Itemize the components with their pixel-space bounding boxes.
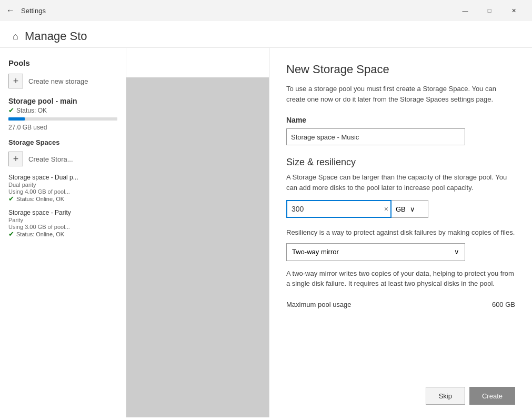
status-ok-icon: ✔ xyxy=(8,106,14,114)
pool-usage: 27.0 GB used xyxy=(8,124,117,131)
main-content: ⌂ Manage Sto Pools + Create new storage … xyxy=(0,21,532,420)
space1-name: Storage space - Dual p... xyxy=(8,174,117,181)
space1-status-icon: ✔ xyxy=(8,195,14,203)
pool-bar-container xyxy=(8,117,117,121)
dialog-title: New Storage Space xyxy=(286,63,515,76)
max-pool-row: Maximum pool usage 600 GB xyxy=(286,301,515,315)
dialog-intro: To use a storage pool you must first cre… xyxy=(286,84,515,104)
size-clear-button[interactable]: × xyxy=(384,205,388,213)
layout: Pools + Create new storage Storage pool … xyxy=(0,48,532,417)
plus-icon: + xyxy=(8,74,23,88)
space2-status-icon: ✔ xyxy=(8,230,14,238)
unit-chevron-icon: ∨ xyxy=(410,205,415,213)
resiliency-selected-label: Two-way mirror xyxy=(292,248,339,256)
pool-status-label: Status: OK xyxy=(16,107,47,114)
size-input-wrapper: × xyxy=(286,200,392,218)
titlebar-title: Settings xyxy=(21,7,453,15)
pools-section-title: Pools xyxy=(0,54,126,69)
space2-type: Parity xyxy=(8,217,117,223)
space1-type: Dual parity xyxy=(8,182,117,188)
page-header: ⌂ Manage Sto xyxy=(0,21,532,48)
pool-status: ✔ Status: OK xyxy=(8,106,117,114)
create-new-storage-label: Create new storage xyxy=(28,77,88,85)
space1-usage: Using 4.00 GB of pool... xyxy=(8,188,117,195)
space1-status-label: Status: Online, OK xyxy=(16,196,64,202)
sidebar: Pools + Create new storage Storage pool … xyxy=(0,48,126,417)
storage-spaces-section-title: Storage Spaces xyxy=(0,135,126,147)
pool-name: Storage pool - main xyxy=(8,97,117,105)
storage-space-item-2[interactable]: Storage space - Parity Parity Using 3.00… xyxy=(0,206,126,241)
close-button[interactable]: ✕ xyxy=(501,2,526,19)
size-row: × GB ∨ xyxy=(286,200,515,218)
pool-bar-fill xyxy=(8,117,25,121)
space2-usage: Using 3.00 GB of pool... xyxy=(8,224,117,230)
create-storage-item[interactable]: + Create Stora... xyxy=(0,147,126,171)
window-controls: — □ ✕ xyxy=(453,2,526,19)
resiliency-chevron-icon: ∨ xyxy=(454,248,459,256)
create-new-storage-item[interactable]: + Create new storage xyxy=(0,69,126,93)
new-storage-space-dialog: New Storage Space To use a storage pool … xyxy=(269,48,532,417)
unit-value: GB xyxy=(396,205,406,213)
size-input[interactable] xyxy=(286,200,392,218)
maximize-button[interactable]: □ xyxy=(477,2,501,19)
name-label: Name xyxy=(286,116,515,124)
resiliency-desc: Resiliency is a way to protect against d… xyxy=(286,227,515,238)
space1-status: ✔ Status: Online, OK xyxy=(8,195,117,203)
storage-space-item-1[interactable]: Storage space - Dual p... Dual parity Us… xyxy=(0,171,126,206)
skip-button[interactable]: Skip xyxy=(426,387,465,405)
space2-status: ✔ Status: Online, OK xyxy=(8,230,117,238)
titlebar: ← Settings — □ ✕ xyxy=(0,0,532,21)
max-pool-value: 600 GB xyxy=(492,301,515,308)
resiliency-dropdown[interactable]: Two-way mirror ∨ xyxy=(286,243,465,261)
space2-name: Storage space - Parity xyxy=(8,209,117,216)
pool-item: Storage pool - main ✔ Status: OK 27.0 GB… xyxy=(0,93,126,135)
page-title: Manage Sto xyxy=(25,29,87,43)
minimize-button[interactable]: — xyxy=(453,2,477,19)
storage-name-input[interactable] xyxy=(286,128,465,145)
size-resiliency-title: Size & resiliency xyxy=(286,157,515,168)
right-area: New Storage Space To use a storage pool … xyxy=(126,48,532,417)
size-desc: A Storage Space can be larger than the c… xyxy=(286,172,515,193)
plus-icon-2: + xyxy=(8,152,23,166)
mirror-desc: A two-way mirror writes two copies of yo… xyxy=(286,268,515,289)
create-button[interactable]: Create xyxy=(469,387,515,405)
create-storage-label: Create Stora... xyxy=(28,155,73,163)
space2-status-label: Status: Online, OK xyxy=(16,231,64,237)
back-button[interactable]: ← xyxy=(6,6,15,15)
dialog-buttons: Skip Create xyxy=(286,383,515,405)
home-icon[interactable]: ⌂ xyxy=(13,31,18,42)
unit-select[interactable]: GB ∨ xyxy=(392,200,428,218)
max-pool-label: Maximum pool usage xyxy=(286,301,352,308)
